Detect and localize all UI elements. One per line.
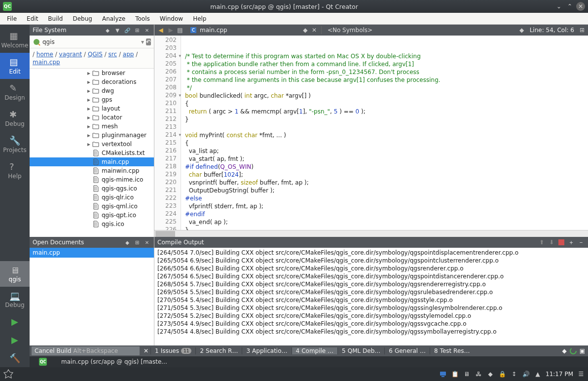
nav-fwd-icon[interactable]: ▶ <box>166 27 175 34</box>
breadcrumb-seg[interactable]: home <box>37 51 53 58</box>
project-dropdown-icon[interactable]: ▾ <box>141 38 144 45</box>
nav-back-icon[interactable]: ◀ <box>156 27 165 34</box>
mode-projects[interactable]: 🔧Projects <box>0 131 30 157</box>
tray-shield-icon[interactable]: ◆ <box>486 370 494 378</box>
tray-vm-icon[interactable] <box>439 370 447 378</box>
tree-folder[interactable]: ▸decorations <box>30 77 154 86</box>
mode-welcome[interactable]: ▦Welcome <box>0 27 30 53</box>
output-tab-8[interactable]: 8Test Res… <box>430 347 474 354</box>
cancel-build-field[interactable]: Cancel Build Alt+Backspace <box>32 346 140 355</box>
minimize-button[interactable]: ⌄ <box>554 2 563 11</box>
symbols-dropdown[interactable]: <No Symbols> <box>325 27 375 34</box>
run-qgis[interactable]: 🖥qgis <box>0 261 30 287</box>
maximize-button[interactable]: ⌃ <box>565 2 574 11</box>
tray-display-icon[interactable]: 🖥 <box>463 370 471 378</box>
compile-zoom-out-icon[interactable]: － <box>577 238 585 246</box>
opendocs-close-icon[interactable]: ✕ <box>143 238 151 246</box>
menu-file[interactable]: File <box>2 14 22 23</box>
breadcrumb-seg[interactable]: src <box>109 51 117 58</box>
mode-help[interactable]: ?Help <box>0 157 30 184</box>
back-icon[interactable]: ↶ <box>146 38 151 45</box>
filter-icon[interactable]: ▼ <box>113 26 121 34</box>
tree-file[interactable]: qgis-qml.ico <box>30 202 154 211</box>
run-Debug[interactable]: 💻Debug <box>0 287 30 312</box>
run-build[interactable]: 🔨 <box>0 349 30 367</box>
open-documents-list[interactable]: main.cpp <box>30 248 154 345</box>
breadcrumb-seg[interactable]: QGIS <box>88 51 103 58</box>
tray-network-icon[interactable]: 🖧 <box>475 370 482 378</box>
tree-file[interactable]: qgis-qpt.ico <box>30 211 154 220</box>
mode-edit[interactable]: ▤Edit <box>0 53 30 79</box>
output-tabs-chevron-icon[interactable]: ◆ <box>562 347 566 354</box>
mode-debug[interactable]: ✱Debug <box>0 105 30 131</box>
opendoc-item[interactable]: main.cpp <box>30 248 154 258</box>
editor-filename[interactable]: main.cpp <box>198 27 229 34</box>
cancel-clear-icon[interactable]: ✕ <box>144 347 148 354</box>
tray-updown-icon[interactable]: ↕ <box>510 370 518 378</box>
output-tab-5[interactable]: 5QML Deb… <box>337 347 384 354</box>
split-icon[interactable]: ⊞ <box>133 26 141 34</box>
filesystem-dropdown-icon[interactable]: ◆ <box>104 26 111 34</box>
close-file-icon[interactable]: ✕ <box>310 27 318 34</box>
split-editor-icon[interactable]: ⊞ <box>578 27 586 34</box>
compile-next-icon[interactable]: ⬇ <box>548 238 555 246</box>
tree-folder[interactable]: ▸layout <box>30 104 154 113</box>
start-menu-icon[interactable] <box>3 369 14 380</box>
bookmark-icon[interactable]: ▤ <box>176 27 184 34</box>
mode-design[interactable]: ✎Design <box>0 79 30 105</box>
tray-kde-icon[interactable]: ☰ <box>577 370 585 378</box>
output-tab-1[interactable]: 1Issues11 <box>150 347 195 354</box>
run-rundbg[interactable]: ▶ <box>0 331 30 349</box>
file-dropdown-icon[interactable]: ◆ <box>301 27 309 34</box>
link-icon[interactable]: 🔗 <box>123 26 131 34</box>
project-row[interactable]: qgis ▾ ↶ <box>30 36 154 48</box>
breadcrumb-seg[interactable]: vagrant <box>59 51 82 58</box>
output-tab-3[interactable]: 3Applicatio… <box>242 347 291 354</box>
code-area[interactable]: /* Test to determine if this program was… <box>181 36 588 237</box>
line-col-indicator[interactable]: Line: 54, Col: 6 <box>527 27 577 34</box>
tray-clipboard-icon[interactable]: 📋 <box>451 370 459 378</box>
close-panel-icon[interactable]: ✕ <box>143 26 151 34</box>
tree-file[interactable]: qgis-mime.ico <box>30 175 154 184</box>
menu-analyze[interactable]: Analyze <box>97 14 130 23</box>
close-button[interactable]: ✕ <box>576 2 585 11</box>
menu-build[interactable]: Build <box>43 14 68 23</box>
tree-folder[interactable]: ▸vertextool <box>30 140 154 149</box>
tray-chevron-icon[interactable]: ▲ <box>534 370 542 378</box>
tree-folder[interactable]: ▸dwg <box>30 86 154 95</box>
opendocs-split-icon[interactable]: ⊞ <box>133 238 141 246</box>
tree-file[interactable]: qgis-qlr.ico <box>30 193 154 202</box>
system-clock[interactable]: 11:17 PM <box>546 371 573 378</box>
tree-file[interactable]: main.cpp <box>30 157 154 166</box>
tree-folder[interactable]: ▸browser <box>30 69 154 77</box>
compile-output[interactable]: [264/5054 7.0/sec] Building CXX object s… <box>154 248 588 345</box>
menu-tools[interactable]: Tools <box>130 14 155 23</box>
tray-vault-icon[interactable]: 🔒 <box>498 370 506 378</box>
app-task-title[interactable]: main.cpp (src/app @ qgis) [maste... <box>59 358 169 365</box>
tree-file[interactable]: qgis.ico <box>30 220 154 229</box>
menu-help[interactable]: Help <box>188 14 211 23</box>
run-run[interactable]: ▶ <box>0 312 30 331</box>
tree-file[interactable]: mainwin.cpp <box>30 166 154 175</box>
menu-window[interactable]: Window <box>155 14 188 23</box>
symbols-chevron-icon[interactable]: ◆ <box>518 27 526 34</box>
file-tree[interactable]: ▸browser▸decorations▸dwg▸gps▸layout▸loca… <box>30 69 154 237</box>
output-tab-6[interactable]: 6General … <box>384 347 430 354</box>
tree-file[interactable]: qgis-qgs.ico <box>30 184 154 193</box>
toggle-output-icon[interactable]: ▣ <box>580 347 585 354</box>
compile-zoom-in-icon[interactable]: ＋ <box>567 238 575 246</box>
output-tab-4[interactable]: 4Compile … <box>292 347 338 354</box>
code-editor[interactable]: 202203204▾205206207208209▾21021121221321… <box>154 36 588 237</box>
compile-prev-icon[interactable]: ⬆ <box>538 238 546 246</box>
compile-stop-icon[interactable] <box>557 238 565 246</box>
tree-folder[interactable]: ▸locator <box>30 113 154 122</box>
opendocs-dropdown-icon[interactable]: ◆ <box>123 238 131 246</box>
tray-volume-icon[interactable]: 🔊 <box>522 370 530 378</box>
breadcrumb-seg[interactable]: app <box>123 51 134 58</box>
menu-debug[interactable]: Debug <box>68 14 97 23</box>
breadcrumb-seg[interactable]: main.cpp <box>33 59 60 66</box>
tree-folder[interactable]: ▸pluginmanager <box>30 131 154 140</box>
tree-folder[interactable]: ▸mesh <box>30 122 154 131</box>
menu-edit[interactable]: Edit <box>22 14 43 23</box>
tree-file[interactable]: CMakeLists.txt <box>30 149 154 157</box>
